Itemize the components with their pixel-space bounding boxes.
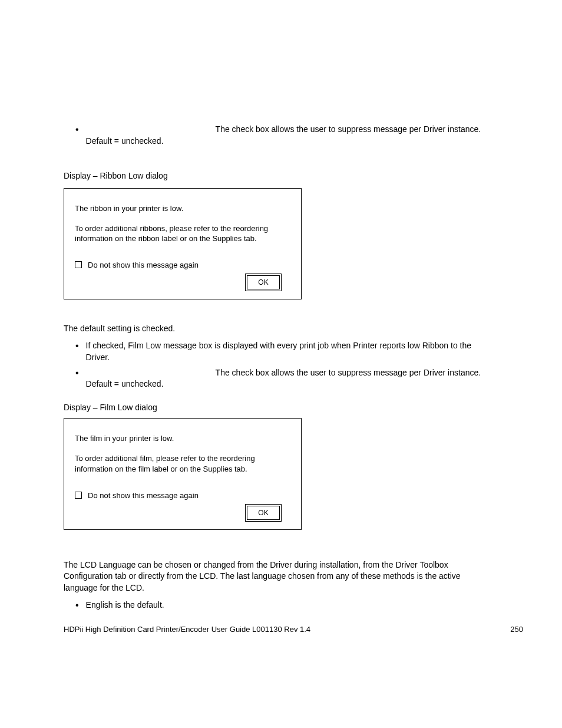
- lcd-bullet-list: • English is the default.: [75, 599, 495, 612]
- bullet-item: • The check box allows the user to suppr…: [75, 367, 495, 390]
- default-setting-para: The default setting is checked.: [64, 323, 495, 335]
- dialog-message-line2: To order additional film, please refer t…: [75, 453, 290, 474]
- bullet-dot-icon: •: [75, 599, 79, 612]
- page-content: • The check box allows the user to suppr…: [0, 0, 530, 660]
- checkbox-label: Do not show this message again: [88, 491, 199, 500]
- film-low-dialog: The film in your printer is low. To orde…: [64, 418, 302, 529]
- bullet-text: The check box allows the user to suppres…: [86, 124, 495, 147]
- page-number: 250: [510, 625, 523, 634]
- top-bullet-list: • The check box allows the user to suppr…: [75, 124, 495, 147]
- lcd-language-para: The LCD Language can be chosen or change…: [64, 559, 495, 594]
- dialog-checkbox-row[interactable]: Do not show this message again: [75, 491, 290, 500]
- page-footer: HDPii High Definition Card Printer/Encod…: [64, 625, 523, 634]
- bullet-text: English is the default.: [86, 599, 495, 611]
- bullet-item: • The check box allows the user to suppr…: [75, 124, 495, 147]
- ok-button[interactable]: OK: [247, 506, 280, 520]
- dialog-message-line1: The film in your printer is low.: [75, 434, 290, 443]
- ok-button[interactable]: OK: [247, 275, 280, 289]
- bullet-item: • English is the default.: [75, 599, 495, 612]
- checkbox-label: Do not show this message again: [88, 261, 199, 269]
- bullet-dot-icon: •: [75, 340, 79, 353]
- ribbon-low-dialog: The ribbon in your printer is low. To or…: [64, 188, 302, 299]
- dialog-checkbox-row[interactable]: Do not show this message again: [75, 261, 290, 269]
- dialog-message-line2: To order additional ribbons, please refe…: [75, 223, 290, 244]
- checkbox-icon[interactable]: [75, 261, 82, 268]
- section-ribbon-low-label: Display – Ribbon Low dialog: [64, 170, 495, 182]
- bullet-item: • If checked, Film Low message box is di…: [75, 340, 495, 363]
- dialog-button-row: OK: [75, 506, 290, 520]
- bullet-dot-icon: •: [75, 367, 79, 380]
- footer-doc-title: HDPii High Definition Card Printer/Encod…: [64, 625, 310, 634]
- bullet-dot-icon: •: [75, 123, 79, 136]
- dialog-button-row: OK: [75, 275, 290, 289]
- bullet-text: The check box allows the user to suppres…: [86, 367, 495, 390]
- section-film-low-label: Display – Film Low dialog: [64, 402, 495, 414]
- checkbox-icon[interactable]: [75, 492, 82, 499]
- dialog-message-line1: The ribbon in your printer is low.: [75, 204, 290, 213]
- mid-bullet-list: • If checked, Film Low message box is di…: [75, 340, 495, 390]
- bullet-text: If checked, Film Low message box is disp…: [86, 340, 495, 363]
